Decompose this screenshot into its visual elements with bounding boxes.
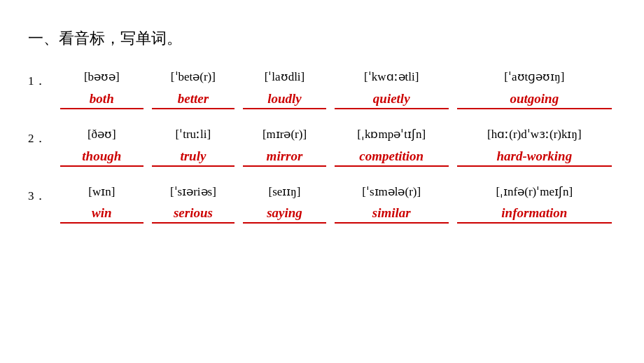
word-row-1: bothbetterloudlyquietlyoutgoing [28, 91, 616, 109]
row-label-3: 3． [28, 184, 56, 224]
word-cell-2-3: mirror [239, 149, 330, 167]
phonetic-cell-2-3: [mɪrə(r)] [239, 126, 330, 149]
word-text-2-1: though [60, 149, 144, 167]
word-row-2: thoughtrulymirrorcompetitionhard-working [28, 149, 616, 167]
word-cell-2-5: hard-working [453, 149, 616, 167]
word-cell-3-4: similar [330, 205, 453, 224]
word-text-2-3: mirror [243, 149, 326, 167]
word-text-1-3: loudly [243, 91, 326, 109]
phonetic-cell-3-3: [seɪɪŋ] [239, 184, 330, 206]
word-cell-3-1: win [56, 205, 148, 224]
phonetic-text-1-5: [ˈaʊtɡəʊɪŋ] [457, 69, 612, 85]
word-text-2-4: competition [335, 149, 449, 167]
word-cell-2-1: though [56, 149, 148, 167]
phonetic-text-2-4: [ˌkɒmpəˈtɪʃn] [335, 126, 449, 143]
phonetic-row-2: 2．[ðəʊ][ˈtruːli][mɪrə(r)][ˌkɒmpəˈtɪʃn][h… [28, 126, 616, 149]
word-text-3-4: similar [335, 205, 449, 224]
phonetic-cell-1-2: [ˈbetə(r)] [148, 69, 239, 91]
row-label-1: 1． [28, 69, 56, 109]
phonetic-text-3-5: [ˌɪnfə(r)ˈmeɪʃn] [457, 184, 612, 200]
word-text-1-2: better [152, 91, 235, 109]
phonetic-text-1-1: [bəʊə] [60, 69, 144, 85]
exercise-table: 1．[bəʊə][ˈbetə(r)][ˈlaʊdli][ˈkwɑːətli][ˈ… [28, 69, 616, 224]
word-row-3: winserioussayingsimilarinformation [28, 205, 616, 224]
word-cell-1-1: both [56, 91, 148, 109]
phonetic-cell-1-1: [bəʊə] [56, 69, 148, 91]
phonetic-cell-1-3: [ˈlaʊdli] [239, 69, 330, 91]
page: 一、看音标，写单词。 1．[bəʊə][ˈbetə(r)][ˈlaʊdli][ˈ… [0, 0, 644, 363]
phonetic-text-1-3: [ˈlaʊdli] [243, 69, 326, 85]
phonetic-text-3-2: [ˈsɪəriəs] [152, 184, 235, 200]
phonetic-cell-3-4: [ˈsɪmələ(r)] [330, 184, 453, 206]
phonetic-cell-1-4: [ˈkwɑːətli] [330, 69, 453, 91]
phonetic-text-2-5: [hɑː(r)dˈwɜː(r)kɪŋ] [457, 126, 612, 143]
phonetic-cell-2-1: [ðəʊ] [56, 126, 148, 149]
word-cell-2-4: competition [330, 149, 453, 167]
phonetic-text-3-1: [wɪn] [60, 184, 144, 200]
phonetic-cell-3-2: [ˈsɪəriəs] [148, 184, 239, 206]
phonetic-text-2-1: [ðəʊ] [60, 126, 144, 143]
word-cell-3-3: saying [239, 205, 330, 224]
word-text-3-3: saying [243, 205, 326, 224]
word-cell-1-4: quietly [330, 91, 453, 109]
phonetic-cell-3-1: [wɪn] [56, 184, 148, 206]
word-text-2-2: truly [152, 149, 235, 167]
word-cell-1-2: better [148, 91, 239, 109]
phonetic-text-1-4: [ˈkwɑːətli] [335, 69, 449, 85]
phonetic-text-2-3: [mɪrə(r)] [243, 126, 326, 143]
word-cell-1-5: outgoing [453, 91, 616, 109]
phonetic-text-3-4: [ˈsɪmələ(r)] [335, 184, 449, 200]
row-label-2: 2． [28, 126, 56, 167]
word-text-1-1: both [60, 91, 144, 109]
phonetic-text-1-2: [ˈbetə(r)] [152, 69, 235, 85]
phonetic-cell-2-5: [hɑː(r)dˈwɜː(r)kɪŋ] [453, 126, 616, 149]
word-text-2-5: hard-working [457, 149, 612, 167]
word-cell-3-5: information [453, 205, 616, 224]
word-text-3-2: serious [152, 205, 235, 224]
phonetic-text-2-2: [ˈtruːli] [152, 126, 235, 143]
word-text-3-1: win [60, 205, 144, 224]
phonetic-row-3: 3．[wɪn][ˈsɪəriəs][seɪɪŋ][ˈsɪmələ(r)][ˌɪn… [28, 184, 616, 206]
word-cell-1-3: loudly [239, 91, 330, 109]
phonetic-cell-3-5: [ˌɪnfə(r)ˈmeɪʃn] [453, 184, 616, 206]
phonetic-row-1: 1．[bəʊə][ˈbetə(r)][ˈlaʊdli][ˈkwɑːətli][ˈ… [28, 69, 616, 91]
section-title: 一、看音标，写单词。 [28, 28, 616, 49]
word-text-1-4: quietly [335, 91, 449, 109]
phonetic-cell-2-2: [ˈtruːli] [148, 126, 239, 149]
phonetic-cell-1-5: [ˈaʊtɡəʊɪŋ] [453, 69, 616, 91]
word-cell-3-2: serious [148, 205, 239, 224]
phonetic-text-3-3: [seɪɪŋ] [243, 184, 326, 200]
phonetic-cell-2-4: [ˌkɒmpəˈtɪʃn] [330, 126, 453, 149]
word-text-3-5: information [457, 205, 612, 224]
word-text-1-5: outgoing [457, 91, 612, 109]
word-cell-2-2: truly [148, 149, 239, 167]
